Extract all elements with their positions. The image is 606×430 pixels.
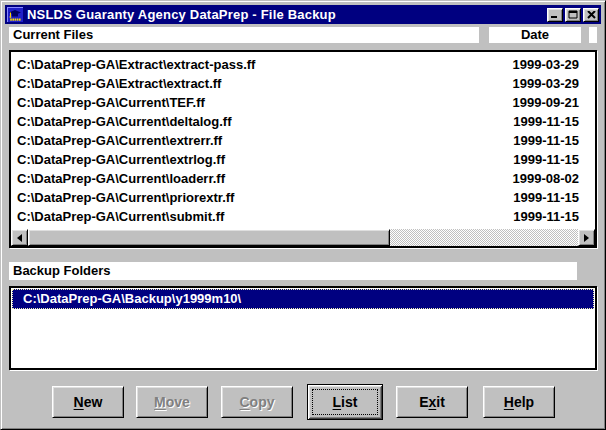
exit-button[interactable]: Exit [396, 386, 468, 418]
file-row[interactable]: C:\DataPrep-GA\Current\TEF.ff1999-09-21 [11, 93, 595, 112]
close-button[interactable] [583, 8, 599, 22]
list-button[interactable]: List [307, 384, 383, 420]
file-row[interactable]: C:\DataPrep-GA\Current\extrlog.ff1999-11… [11, 150, 595, 169]
backup-folders-header: Backup Folders [9, 262, 577, 280]
maximize-icon [568, 10, 579, 19]
current-files-list[interactable]: C:\DataPrep-GA\Extract\extract-pass.ff19… [9, 50, 597, 248]
file-date: 1999-11-15 [513, 207, 595, 226]
file-date: 1999-11-15 [513, 188, 595, 207]
header-spacer [589, 27, 597, 43]
date-header: Date [489, 27, 581, 43]
nslds-graduation-cap-icon [7, 7, 23, 22]
file-rows: C:\DataPrep-GA\Extract\extract-pass.ff19… [11, 55, 595, 226]
help-button[interactable]: Help [483, 386, 555, 418]
file-date: 1999-09-21 [513, 93, 596, 112]
window-controls [547, 8, 599, 22]
window: NSLDS Guaranty Agency DataPrep - File Ba… [0, 0, 606, 430]
file-date: 1999-11-15 [513, 131, 595, 150]
file-path: C:\DataPrep-GA\Current\extrerr.ff [11, 131, 222, 150]
file-row[interactable]: C:\DataPrep-GA\Current\loaderr.ff1999-08… [11, 169, 595, 188]
horizontal-scrollbar[interactable] [11, 229, 595, 246]
titlebar[interactable]: NSLDS Guaranty Agency DataPrep - File Ba… [5, 5, 601, 24]
file-path: C:\DataPrep-GA\Current\loaderr.ff [11, 169, 225, 188]
minimize-button[interactable] [547, 8, 563, 22]
move-button[interactable]: Move [136, 386, 208, 418]
scrollbar-thumb[interactable] [28, 229, 390, 246]
file-row[interactable]: C:\DataPrep-GA\Extract\extract-pass.ff19… [11, 55, 595, 74]
arrow-left-icon [17, 234, 22, 242]
copy-button[interactable]: Copy [221, 386, 293, 418]
file-path: C:\DataPrep-GA\Current\deltalog.ff [11, 112, 232, 131]
file-date: 1999-03-29 [513, 55, 596, 74]
maximize-button[interactable] [565, 8, 581, 22]
backup-folders-list[interactable]: C:\DataPrep-GA\Backup\y1999m10\ [9, 286, 597, 370]
scroll-right-button[interactable] [578, 229, 595, 246]
close-icon [587, 11, 596, 19]
scroll-left-button[interactable] [11, 229, 28, 246]
file-date: 1999-08-02 [513, 169, 596, 188]
file-date: 1999-11-15 [513, 150, 595, 169]
file-row[interactable]: C:\DataPrep-GA\Current\deltalog.ff1999-1… [11, 112, 595, 131]
file-date: 1999-11-15 [513, 112, 595, 131]
file-path: C:\DataPrep-GA\Current\submit.ff [11, 207, 224, 226]
file-date: 1999-03-29 [513, 74, 596, 93]
arrow-right-icon [584, 234, 589, 242]
file-path: C:\DataPrep-GA\Extract\extract-pass.ff [11, 55, 255, 74]
file-row[interactable]: C:\DataPrep-GA\Extract\extract.ff1999-03… [11, 74, 595, 93]
minimize-icon [550, 10, 560, 19]
file-path: C:\DataPrep-GA\Current\priorextr.ff [11, 188, 234, 207]
file-path: C:\DataPrep-GA\Extract\extract.ff [11, 74, 221, 93]
current-files-header: Current Files [9, 27, 479, 43]
file-row[interactable]: C:\DataPrep-GA\Current\submit.ff1999-11-… [11, 207, 595, 226]
new-button[interactable]: New [52, 386, 124, 418]
window-title: NSLDS Guaranty Agency DataPrep - File Ba… [27, 7, 336, 22]
file-path: C:\DataPrep-GA\Current\extrlog.ff [11, 150, 225, 169]
file-row[interactable]: C:\DataPrep-GA\Current\extrerr.ff1999-11… [11, 131, 595, 150]
backup-folder-item-selected[interactable]: C:\DataPrep-GA\Backup\y1999m10\ [12, 289, 594, 309]
file-row[interactable]: C:\DataPrep-GA\Current\priorextr.ff1999-… [11, 188, 595, 207]
file-path: C:\DataPrep-GA\Current\TEF.ff [11, 93, 205, 112]
